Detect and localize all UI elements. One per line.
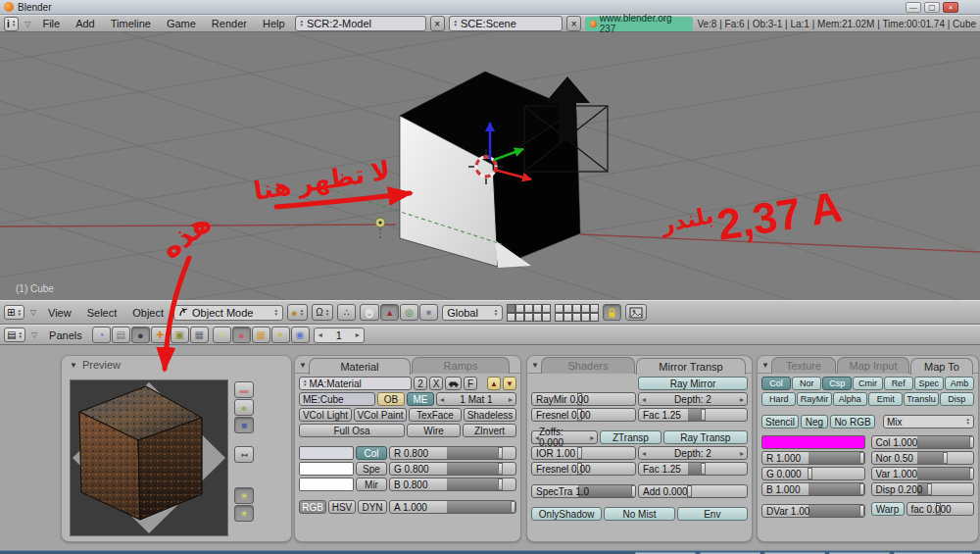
editing-context-button[interactable]: ▣ (171, 327, 189, 343)
alpha-toggle[interactable]: Alpha (833, 392, 867, 406)
menu-object[interactable]: Object (126, 307, 170, 319)
ref-toggle[interactable]: Ref (884, 377, 913, 390)
mirror-depth-field[interactable]: ◂ Depth: 2 ▸ (638, 392, 748, 406)
preview-light-button[interactable]: ✳ (234, 505, 254, 522)
csp-toggle[interactable]: Csp (822, 377, 852, 390)
increment-icon[interactable]: ▸ (356, 330, 360, 339)
window-type-selector[interactable]: i ▲▼ (4, 17, 19, 31)
color-swatch-col[interactable] (299, 446, 354, 460)
cmir-toggle[interactable]: Cmir (853, 377, 882, 390)
spec-toggle[interactable]: Spec (914, 377, 944, 390)
material-name-field[interactable]: ▲▼ MA:Material (299, 377, 412, 390)
object-context-button[interactable]: ✚ (151, 327, 170, 343)
radiosity-buttons-button[interactable]: ✴ (271, 327, 290, 343)
neg-toggle[interactable]: Neg (801, 415, 828, 428)
menu-render[interactable]: Render (206, 18, 253, 29)
manipulator-scale-button[interactable]: ■ (419, 304, 438, 321)
delete-datablock-button[interactable]: X (429, 377, 443, 390)
pivot-selector[interactable]: Ω ▲▼ (312, 304, 333, 321)
raymir-slider[interactable]: RayMir 0.00 (531, 392, 636, 406)
panel-down-button[interactable]: ▼ (503, 377, 516, 390)
manipulator-hand-button[interactable] (360, 304, 379, 321)
amb-toggle[interactable]: Amb (945, 377, 974, 390)
menu-add[interactable]: Add (70, 18, 101, 29)
decrement-icon[interactable]: ◂ (642, 449, 646, 458)
header-collapse-icon[interactable]: ▽ (29, 330, 39, 339)
col-toggle[interactable]: Col (761, 377, 791, 390)
window-type-selector[interactable]: ⊞ ▲▼ (4, 305, 24, 320)
restore-button[interactable]: ▢ (924, 2, 940, 13)
spectra-slider[interactable]: SpecTra 1.0 (531, 484, 636, 498)
preview-cube-button[interactable]: ■ (234, 417, 254, 433)
menu-file[interactable]: File (36, 18, 66, 29)
dyn-mode-button[interactable]: DYN (358, 500, 387, 514)
colfac-slider[interactable]: Col 1.000 (871, 435, 975, 449)
warpfac-slider[interactable]: fac 0.000 (906, 502, 975, 516)
ob-toggle[interactable]: OB (377, 392, 405, 406)
hard-toggle[interactable]: Hard (761, 392, 796, 406)
menu-timeline[interactable]: Timeline (105, 18, 157, 29)
proportional-edit-button[interactable]: ∴ (337, 304, 356, 321)
color-swatch-mir[interactable] (299, 478, 354, 491)
blend-mode-selector[interactable]: Mix ▲▼ (883, 415, 974, 428)
panel-collapse-icon[interactable]: ▼ (761, 361, 769, 370)
material-buttons-button[interactable]: ● (232, 327, 251, 343)
ray-transp-toggle[interactable]: Ray Transp (663, 430, 748, 444)
world-buttons-button[interactable]: ◉ (291, 327, 310, 343)
layer-buttons-1[interactable] (507, 304, 551, 322)
fresnel-slider-1[interactable]: Fresnel 0.00 (531, 408, 636, 422)
panel-up-button[interactable]: ▲ (487, 377, 501, 390)
texg-slider[interactable]: G 0.000 (761, 467, 865, 480)
transp-depth-field[interactable]: ◂ Depth: 2 ▸ (638, 446, 748, 460)
layer-buttons-2[interactable] (555, 304, 599, 322)
stencil-toggle[interactable]: Stencil (761, 415, 799, 428)
emit-toggle[interactable]: Emit (868, 392, 903, 406)
panel-collapse-icon[interactable]: ▼ (70, 361, 77, 370)
hsv-mode-button[interactable]: HSV (328, 500, 356, 514)
zinvert-toggle[interactable]: ZInvert (463, 424, 516, 437)
texface-toggle[interactable]: TexFace (409, 408, 462, 422)
r-slider[interactable]: R 0.800 (389, 446, 516, 460)
zoffs-field[interactable]: ◂ Zoffs: 0.000 ▸ (531, 430, 598, 444)
window-type-selector[interactable]: ▤ ▲▼ (4, 327, 25, 342)
scene-context-button[interactable]: ▦ (190, 327, 209, 343)
lock-layers-button[interactable] (603, 304, 621, 321)
tab-map-input[interactable]: Map Input (837, 357, 909, 374)
rgb-mode-button[interactable]: RGB (299, 500, 326, 514)
script-context-button[interactable]: ▤ (112, 327, 130, 343)
panels-menu[interactable]: Panels (43, 329, 88, 341)
me-toggle[interactable]: ME (407, 392, 434, 406)
alpha-slider[interactable]: A 1.000 (389, 500, 516, 514)
fac-slider-1[interactable]: Fac 1.25 (638, 408, 748, 422)
shading-context-button[interactable]: ● (131, 327, 150, 343)
nor-toggle[interactable]: Nor (792, 377, 821, 390)
raymir-toggle[interactable]: RayMir (797, 392, 831, 406)
viewport-3d[interactable]: (1) Cube (0, 32, 980, 300)
nomist-toggle[interactable]: No Mist (604, 507, 674, 521)
varfac-slider[interactable]: Var 1.000 (871, 467, 975, 480)
full-osa-toggle[interactable]: Full Osa (299, 424, 405, 437)
fac-slider-2[interactable]: Fac 1.25 (638, 462, 748, 476)
screen-delete-button[interactable]: × (430, 16, 445, 31)
orientation-selector[interactable]: Global ▲▼ (442, 305, 503, 321)
norgb-toggle[interactable]: No RGB (830, 415, 875, 428)
onlyshadow-toggle[interactable]: OnlyShadow (531, 507, 602, 521)
tab-map-to[interactable]: Map To (910, 358, 973, 375)
menu-help[interactable]: Help (257, 18, 291, 29)
increment-icon[interactable]: ▸ (590, 433, 594, 442)
fresnel-slider-2[interactable]: Fresnel 0.00 (531, 462, 636, 476)
manipulator-translate-button[interactable]: ▲ (380, 304, 399, 321)
users-count-button[interactable]: 2 (414, 377, 427, 390)
tab-ramps[interactable]: Ramps (412, 357, 510, 374)
fake-user-button[interactable]: F (464, 377, 477, 390)
logic-context-button[interactable]: ◔ (92, 327, 111, 343)
mode-selector[interactable]: Object Mode ▲▼ (173, 305, 283, 321)
menu-view[interactable]: View (42, 307, 77, 319)
color-swatch-spe[interactable] (299, 462, 354, 476)
mir-channel-button[interactable]: Mir (356, 478, 387, 491)
header-collapse-icon[interactable]: ▽ (23, 20, 32, 28)
close-button[interactable]: × (943, 2, 958, 13)
vcol-light-toggle[interactable]: VCol Light (299, 408, 352, 422)
warp-toggle[interactable]: Warp (871, 502, 905, 516)
scene-selector[interactable]: ▲▼ SCE:Scene (449, 16, 564, 31)
